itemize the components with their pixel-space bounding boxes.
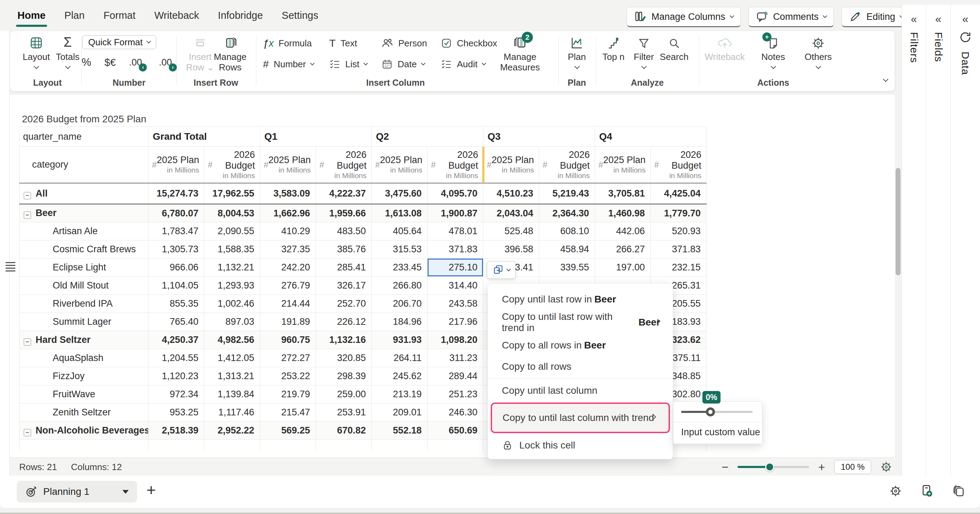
cell[interactable]: 1,412.05 [204, 349, 260, 367]
cell[interactable]: 4,510.23 [484, 183, 539, 204]
cell[interactable]: 855.35 [149, 295, 204, 313]
menu-item-plan[interactable]: Plan [64, 8, 86, 23]
refresh-icon[interactable] [959, 31, 972, 44]
cell[interactable]: 765.40 [149, 313, 204, 331]
cell[interactable]: 314.40 [428, 277, 484, 295]
workbook-settings-gear-icon[interactable] [889, 485, 902, 497]
cell[interactable]: 953.25 [149, 403, 204, 422]
row-label[interactable]: Eclipse Light [19, 259, 149, 277]
zoom-level[interactable]: 100 % [834, 460, 871, 474]
cell[interactable]: 1,313.21 [204, 367, 260, 386]
cell[interactable]: 650.69 [428, 422, 484, 440]
row-label[interactable]: Cosmic Craft Brews [19, 240, 149, 259]
cell[interactable]: 213.19 [372, 386, 428, 403]
cell[interactable]: 253.22 [260, 367, 316, 386]
cell[interactable]: 6,780.07 [149, 204, 204, 222]
collapse-box-icon[interactable]: − [24, 338, 31, 346]
cell[interactable]: 311.23 [428, 349, 484, 367]
increase-decimal-button[interactable]: .00› [159, 57, 172, 68]
measure-header-budget[interactable]: #2026Budgetin Millions [316, 147, 372, 183]
cell[interactable]: 478.01 [428, 222, 484, 240]
cell[interactable]: 1,098.20 [428, 331, 484, 349]
cell[interactable]: 4,425.04 [651, 183, 706, 204]
cell[interactable]: 1,588.35 [204, 240, 260, 259]
cell[interactable]: 226.12 [316, 313, 372, 331]
row-label[interactable]: Riverbend IPA [19, 295, 149, 313]
cell[interactable]: 320.85 [316, 349, 372, 367]
search-button[interactable]: Search [651, 35, 697, 62]
selected-cell[interactable]: 275.10 [428, 259, 484, 277]
currency-format-button[interactable]: $€ [105, 57, 116, 68]
cell[interactable]: 1,305.73 [149, 240, 204, 259]
column-group-header[interactable]: Q3 [484, 127, 595, 147]
expand-left-icon[interactable]: « [911, 13, 917, 24]
measure-header-budget[interactable]: #2026Budgetin Millions [428, 147, 484, 183]
editing-button[interactable]: Editing [842, 7, 911, 27]
panel-data[interactable]: « Data [950, 5, 980, 476]
cell[interactable]: 232.15 [651, 259, 706, 277]
measure-header-plan[interactable]: #2025 Planin Millions [595, 147, 651, 183]
cell[interactable]: 276.79 [260, 277, 316, 295]
collapse-box-icon[interactable]: − [24, 211, 31, 219]
column-group-header[interactable]: Q2 [372, 127, 484, 147]
corner-quarter-name[interactable]: quarter_name [19, 127, 149, 147]
cell[interactable]: 1,293.93 [204, 277, 260, 295]
add-data-sheet-icon[interactable] [920, 484, 934, 498]
zoom-out-button[interactable]: − [722, 461, 729, 473]
cell[interactable]: 217.96 [428, 313, 484, 331]
manage-columns-button[interactable]: Manage Columns [627, 7, 741, 27]
cell[interactable]: 206.70 [372, 295, 428, 313]
cell[interactable]: 243.58 [428, 295, 484, 313]
quick-format-select[interactable]: Quick Format [82, 35, 156, 49]
cell[interactable]: 3,475.60 [372, 183, 428, 204]
cell[interactable] [316, 440, 372, 452]
cell[interactable]: 396.58 [484, 240, 539, 259]
cell[interactable]: 2,952.22 [204, 422, 260, 440]
comments-button[interactable]: Comments [748, 7, 834, 27]
cell[interactable]: 289.44 [428, 367, 484, 386]
cell[interactable]: 1,662.96 [260, 204, 316, 222]
cell[interactable]: 3,583.09 [260, 183, 316, 204]
cell[interactable]: 197.00 [595, 259, 651, 277]
measure-header-budget[interactable]: #2026Budgetin Millions [539, 147, 595, 183]
cell[interactable]: 4,250.37 [149, 331, 204, 349]
cell[interactable]: 285.41 [316, 259, 372, 277]
cell[interactable] [149, 440, 204, 452]
panel-filters[interactable]: « Filters [902, 5, 926, 476]
context-menu-item[interactable]: Copy to all rows [488, 357, 673, 376]
cell[interactable]: 1,117.46 [204, 403, 260, 422]
cell[interactable]: 242.20 [260, 259, 316, 277]
cell[interactable]: 1,900.87 [428, 204, 484, 222]
percent-format-button[interactable]: % [82, 56, 91, 69]
column-group-header[interactable]: Grand Total [149, 127, 260, 147]
cell[interactable]: 8,004.53 [204, 204, 260, 222]
cell[interactable]: 670.82 [316, 422, 372, 440]
ribbon-collapse-chevron[interactable] [883, 77, 889, 82]
panel-fields[interactable]: « Fields [926, 5, 950, 476]
column-group-header[interactable]: Q1 [260, 127, 372, 147]
vertical-scrollbar[interactable] [896, 168, 900, 275]
zoom-in-button[interactable]: + [818, 461, 825, 473]
zoom-slider[interactable] [738, 462, 809, 471]
cell[interactable]: 458.94 [539, 240, 595, 259]
cell[interactable]: 272.27 [260, 349, 316, 367]
formula-column-button[interactable]: ƒx Formula [263, 38, 329, 49]
cell[interactable]: 1,132.21 [204, 259, 260, 277]
cell[interactable]: 385.76 [316, 240, 372, 259]
cell[interactable]: 1,002.46 [204, 295, 260, 313]
expand-left-icon[interactable]: « [962, 13, 969, 24]
column-group-header[interactable]: Q4 [595, 127, 706, 147]
cell[interactable]: 1,120.23 [149, 367, 204, 386]
manage-measures-button[interactable]: 2 Manage Measures [492, 35, 548, 73]
cell[interactable]: 552.18 [372, 422, 428, 440]
person-column-button[interactable]: Person [382, 37, 441, 49]
cell[interactable]: 266.80 [372, 277, 428, 295]
measure-header-budget[interactable]: #2026Budgetin Millions [204, 147, 260, 183]
menu-item-infobridge[interactable]: Infobridge [217, 8, 264, 23]
cell[interactable]: 17,962.55 [204, 183, 260, 204]
cell[interactable]: 184.96 [372, 313, 428, 331]
cell[interactable]: 259.00 [316, 386, 372, 403]
row-drag-handle[interactable] [6, 262, 15, 273]
context-menu-item[interactable]: Copy until last column [488, 381, 673, 400]
cell[interactable]: 931.93 [372, 331, 428, 349]
